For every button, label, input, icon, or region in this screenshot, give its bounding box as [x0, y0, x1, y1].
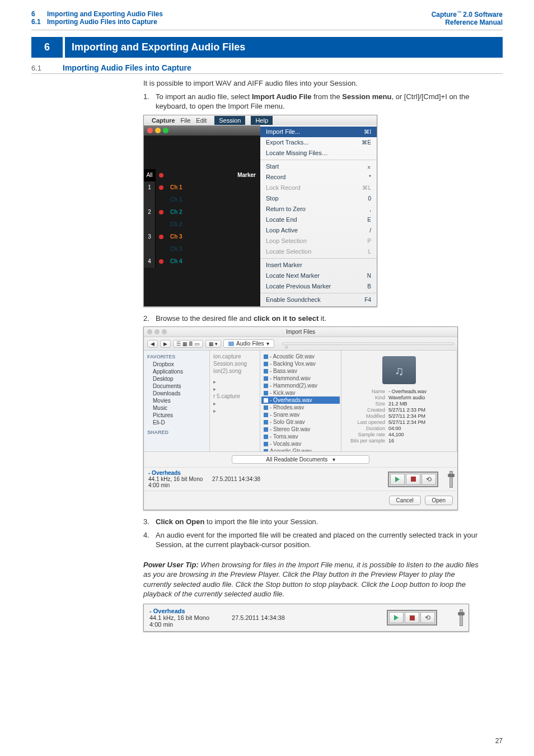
track-4-name: Ch 4 — [167, 258, 182, 264]
page-header: 6Importing and Exporting Audio Files 6.1… — [31, 10, 503, 26]
play-button[interactable] — [389, 612, 404, 623]
step-2-num: 2. — [143, 314, 156, 324]
window-controls[interactable] — [147, 329, 167, 334]
menubar-file[interactable]: File — [181, 117, 191, 124]
volume-slider[interactable] — [460, 609, 463, 626]
sidebar-documents[interactable]: Documents — [147, 382, 206, 390]
file-item-selected[interactable]: - Overheads.wav — [261, 396, 340, 404]
session-menu-screenshot: Capture File Edit Session Help All Marke… — [143, 115, 377, 307]
track-2-sub: Ch 2 — [167, 221, 182, 227]
step-1-num: 1. — [143, 92, 156, 111]
track-row-1[interactable]: 1Ch 1 — [144, 181, 260, 194]
menu-locate-missing[interactable]: Locate Missing Files… — [260, 148, 377, 158]
path-selector[interactable]: Audio Files▾ — [223, 339, 274, 348]
menu-enable-soundcheck[interactable]: Enable SoundcheckF4 — [260, 295, 377, 305]
step-2: 2. Browse to the desired file and click … — [143, 314, 480, 324]
stop-button[interactable] — [405, 612, 419, 623]
intro-paragraph: It is possible to import WAV and AIFF au… — [143, 78, 480, 88]
file-item[interactable]: - Bass.wav — [261, 367, 340, 375]
sidebar-pictures[interactable]: Pictures — [147, 412, 206, 419]
menu-record[interactable]: Record* — [260, 172, 377, 183]
file-item[interactable]: - Acoustic Gtr.wav — [261, 353, 340, 360]
menu-locate-prev[interactable]: Locate Previous MarkerB — [260, 281, 377, 292]
menu-return-zero[interactable]: Return to Zero, — [260, 204, 377, 214]
view-options-button[interactable]: ▦ ▾ — [205, 340, 222, 348]
session-dropdown-menu: Import File...⌘I Export Tracks...⌘E Loca… — [260, 125, 377, 306]
nav-forward-button[interactable]: ▶ — [160, 340, 171, 348]
file-item[interactable]: Acoustic Gtr.wav — [261, 447, 340, 451]
view-mode-button[interactable]: ☰ ▦ ≣ ▭ — [173, 340, 203, 348]
track-row-3[interactable]: 3Ch 3 — [144, 231, 260, 243]
list-item[interactable]: ion.capture — [211, 353, 259, 360]
track-row-1b: Ch 1 — [144, 194, 260, 206]
dialog-title: Import Files — [286, 329, 315, 335]
sidebar-applications[interactable]: Applications — [147, 368, 206, 375]
marker-label: Marker — [167, 172, 260, 178]
finder-file-list: - Acoustic Gtr.wav - Backing Vox.wav - B… — [260, 351, 341, 451]
sidebar-music[interactable]: Music — [147, 404, 206, 412]
trademark: ™ — [457, 10, 461, 15]
track-all-row[interactable]: All Marker — [144, 169, 260, 181]
file-item[interactable]: - Snare.wav — [261, 411, 340, 418]
track-row-2[interactable]: 2Ch 2 — [144, 206, 260, 218]
cancel-button[interactable]: Cancel — [389, 496, 421, 505]
menu-locate-selection: Locate SelectionL — [260, 246, 377, 257]
menu-export-tracks[interactable]: Export Tracks...⌘E — [260, 137, 377, 148]
file-item[interactable]: - Hammond(2).wav — [261, 382, 340, 389]
menu-loop-active[interactable]: Loop Active/ — [260, 225, 377, 236]
menubar-capture[interactable]: Capture — [152, 117, 175, 124]
open-button[interactable]: Open — [425, 496, 453, 505]
loop-button[interactable]: ⟲ — [421, 474, 436, 485]
dialog-titlebar: Import Files — [144, 327, 457, 337]
menubar-edit[interactable]: Edit — [196, 117, 207, 124]
file-item[interactable]: - Hammond.wav — [261, 375, 340, 382]
sidebar-movies[interactable]: Movies — [147, 397, 206, 404]
volume-slider[interactable] — [449, 471, 453, 488]
step-1-bold-1: Import Audio File — [252, 92, 311, 101]
play-button[interactable] — [390, 474, 405, 485]
menu-import-file[interactable]: Import File...⌘I — [260, 127, 377, 137]
header-chapter-title: Importing and Exporting Audio Files — [47, 10, 163, 18]
menubar-session[interactable]: Session — [214, 116, 245, 125]
menu-locate-next[interactable]: Locate Next MarkerN — [260, 270, 377, 281]
loop-button[interactable]: ⟲ — [420, 612, 435, 623]
list-item[interactable]: ▸ — [211, 378, 259, 385]
doc-type: Reference Manual — [432, 18, 503, 26]
window-controls[interactable] — [144, 125, 260, 136]
menu-stop[interactable]: Stop0 — [260, 193, 377, 204]
sidebar-elid[interactable]: Eli-D — [147, 419, 206, 426]
sidebar-desktop[interactable]: Desktop — [147, 375, 206, 382]
sidebar-dropbox[interactable]: Dropbox — [147, 361, 206, 368]
menubar-help[interactable]: Help — [251, 116, 273, 125]
file-type-select[interactable]: All Readable Documents ▾ — [232, 455, 369, 464]
file-item[interactable]: - Rhodes.wav — [261, 404, 340, 411]
file-item[interactable]: - Backing Vox.wav — [261, 360, 340, 367]
list-item[interactable]: ion(2).song — [211, 367, 259, 375]
menu-start[interactable]: Start⌅ — [260, 161, 377, 172]
record-arm-icon[interactable] — [156, 259, 167, 264]
list-item[interactable]: ▸ — [211, 407, 259, 414]
preview-player-row: - Overheads 44.1 kHz, 16 bit Mono 27.5.2… — [144, 467, 457, 491]
record-arm-icon[interactable] — [156, 185, 167, 190]
record-arm-icon[interactable] — [156, 173, 167, 178]
file-item[interactable]: - Kick.wav — [261, 389, 340, 396]
list-item[interactable]: ▸ — [211, 385, 259, 393]
file-item[interactable]: - Solo Gtr.wav — [261, 418, 340, 426]
file-item[interactable]: - Stereo Gtr.wav — [261, 426, 340, 433]
preview-player-screenshot: - Overheads 44.1 kHz, 16 bit Mono 4:00 m… — [143, 604, 469, 632]
sidebar-downloads[interactable]: Downloads — [147, 390, 206, 397]
file-item[interactable]: - Vocals.wav — [261, 440, 340, 447]
stop-button[interactable] — [406, 474, 420, 485]
track-row-4[interactable]: 4Ch 4 — [144, 255, 260, 268]
record-arm-icon[interactable] — [156, 235, 167, 239]
menu-insert-marker[interactable]: Insert Marker — [260, 260, 377, 270]
search-input[interactable] — [282, 343, 455, 345]
list-item[interactable]: r 5.capture — [211, 393, 259, 400]
record-arm-icon[interactable] — [156, 210, 167, 214]
list-item[interactable]: ▸ — [211, 400, 259, 407]
product-name: Capture — [432, 11, 457, 18]
nav-back-button[interactable]: ◀ — [147, 340, 158, 348]
file-item[interactable]: - Toms.wav — [261, 433, 340, 440]
list-item[interactable]: Session.song — [211, 360, 259, 367]
menu-locate-end[interactable]: Locate EndE — [260, 214, 377, 225]
